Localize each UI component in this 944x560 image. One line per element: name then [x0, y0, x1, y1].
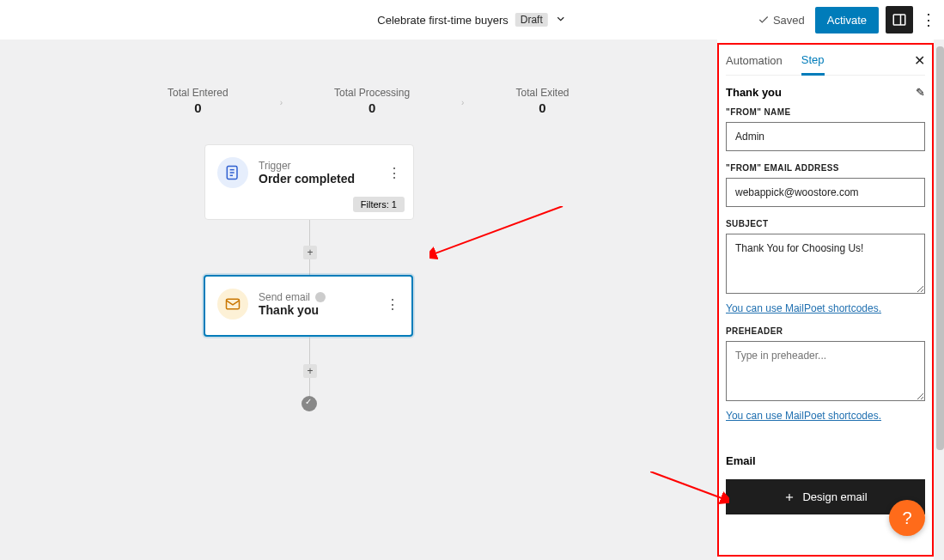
card-label: Send email	[259, 291, 372, 303]
automation-title: Celebrate first-time buyers	[377, 14, 508, 27]
tab-automation[interactable]: Automation	[726, 47, 783, 74]
svg-rect-0	[893, 15, 905, 25]
preheader-label: PREHEADER	[726, 326, 925, 336]
subject-input[interactable]	[726, 234, 925, 294]
sidebar-tabs: Automation Step ✕	[726, 46, 925, 76]
filters-badge[interactable]: Filters: 1	[353, 197, 405, 212]
shortcodes-link[interactable]: You can use MailPoet shortcodes.	[726, 410, 925, 422]
kebab-menu-icon[interactable]: ⋮	[384, 165, 405, 181]
stat-processing: Total Processing 0	[334, 87, 410, 115]
settings-sidebar: Automation Step ✕ Thank you ✎ "FROM" NAM…	[717, 40, 934, 560]
from-email-label: "FROM" EMAIL ADDRESS	[726, 163, 925, 173]
plus-icon	[783, 491, 795, 503]
envelope-icon	[217, 289, 248, 320]
card-title: Thank you	[259, 303, 372, 317]
top-toolbar: Celebrate first-time buyers Draft Saved …	[0, 0, 944, 40]
saved-indicator: Saved	[758, 14, 808, 27]
step-name: Thank you	[726, 86, 782, 99]
preheader-input[interactable]	[726, 341, 925, 401]
kebab-menu-icon[interactable]: ⋮	[382, 296, 403, 313]
from-email-input[interactable]	[726, 178, 925, 207]
chevron-right-icon: ›	[280, 98, 283, 107]
panel-toggle-button[interactable]	[886, 6, 913, 33]
status-dot-icon	[315, 292, 326, 302]
design-email-label: Design email	[802, 490, 867, 503]
saved-label: Saved	[773, 14, 805, 27]
email-section-heading: Email	[726, 454, 925, 467]
end-node-icon	[301, 396, 317, 411]
shortcodes-link[interactable]: You can use MailPoet shortcodes.	[726, 302, 925, 314]
add-step-button[interactable]: +	[303, 364, 317, 378]
help-button[interactable]: ?	[889, 500, 925, 536]
toolbar-right: Saved Activate ⋮	[758, 6, 937, 33]
activate-button[interactable]: Activate	[815, 7, 879, 33]
stat-exited: Total Exited 0	[515, 87, 569, 115]
scrollbar[interactable]	[936, 46, 944, 450]
chevron-right-icon: ›	[461, 98, 464, 107]
card-title: Order completed	[259, 172, 374, 186]
kebab-menu-icon[interactable]: ⋮	[920, 10, 937, 29]
stats-row: Total Entered 0 › Total Processing 0 › T…	[167, 87, 569, 115]
edit-icon[interactable]: ✎	[916, 86, 925, 99]
email-step-card[interactable]: Send email Thank you ⋮	[204, 275, 413, 337]
stat-entered: Total Entered 0	[167, 87, 228, 115]
trigger-icon	[217, 157, 248, 188]
add-step-button[interactable]: +	[303, 246, 317, 259]
title-area: Celebrate first-time buyers Draft	[377, 13, 566, 27]
chevron-down-icon[interactable]	[555, 13, 567, 27]
status-badge: Draft	[515, 13, 548, 27]
trigger-card[interactable]: Trigger Order completed ⋮ Filters: 1	[204, 144, 414, 220]
close-icon[interactable]: ✕	[914, 52, 925, 69]
subject-label: SUBJECT	[726, 219, 925, 228]
from-name-label: "FROM" NAME	[726, 107, 925, 117]
from-name-input[interactable]	[726, 122, 925, 151]
card-label: Trigger	[259, 160, 374, 172]
tab-step[interactable]: Step	[801, 46, 825, 76]
